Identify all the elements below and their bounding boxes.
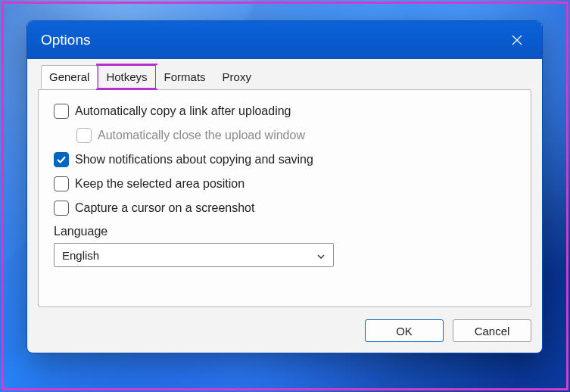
dialog-footer: OK Cancel: [365, 319, 531, 342]
titlebar: Options: [27, 21, 542, 59]
tab-hotkeys[interactable]: Hotkeys: [98, 65, 155, 89]
label-show-notifications: Show notifications about copying and sav…: [75, 153, 313, 166]
label-auto-copy-link: Automatically copy a link after uploadin…: [75, 104, 291, 118]
label-auto-close-upload: Automatically close the upload window: [98, 129, 305, 142]
checkbox-show-notifications[interactable]: [54, 152, 69, 167]
label-keep-area: Keep the selected area position: [75, 177, 245, 191]
cancel-button[interactable]: Cancel: [453, 319, 531, 342]
tab-general[interactable]: General: [41, 65, 98, 89]
checkbox-auto-close-upload: [76, 128, 92, 143]
window-title: Options: [41, 32, 90, 48]
tab-proxy[interactable]: Proxy: [214, 65, 260, 89]
tab-panel-general: Automatically copy a link after uploadin…: [38, 89, 531, 307]
option-capture-cursor: Capture a cursor on a screenshot: [54, 201, 515, 216]
options-dialog: Options General Hotkeys Formats Proxy Au…: [26, 20, 543, 353]
dialog-content: General Hotkeys Formats Proxy Automatica…: [27, 59, 542, 353]
close-button[interactable]: [506, 29, 528, 51]
tab-bar: General Hotkeys Formats Proxy: [41, 65, 531, 89]
checkbox-auto-copy-link[interactable]: [54, 104, 69, 119]
language-value: English: [62, 249, 99, 262]
checkbox-capture-cursor[interactable]: [54, 201, 69, 216]
ok-button[interactable]: OK: [365, 319, 444, 342]
language-label: Language: [54, 225, 515, 238]
chevron-down-icon: [316, 250, 325, 260]
option-auto-copy-link: Automatically copy a link after uploadin…: [54, 104, 515, 119]
option-show-notifications: Show notifications about copying and sav…: [54, 152, 515, 167]
close-icon: [511, 34, 523, 46]
label-capture-cursor: Capture a cursor on a screenshot: [75, 201, 254, 215]
option-keep-area: Keep the selected area position: [54, 176, 515, 191]
option-auto-close-upload: Automatically close the upload window: [76, 128, 515, 143]
tab-formats[interactable]: Formats: [156, 65, 214, 89]
checkbox-keep-area[interactable]: [54, 176, 69, 191]
language-select[interactable]: English: [54, 243, 334, 267]
